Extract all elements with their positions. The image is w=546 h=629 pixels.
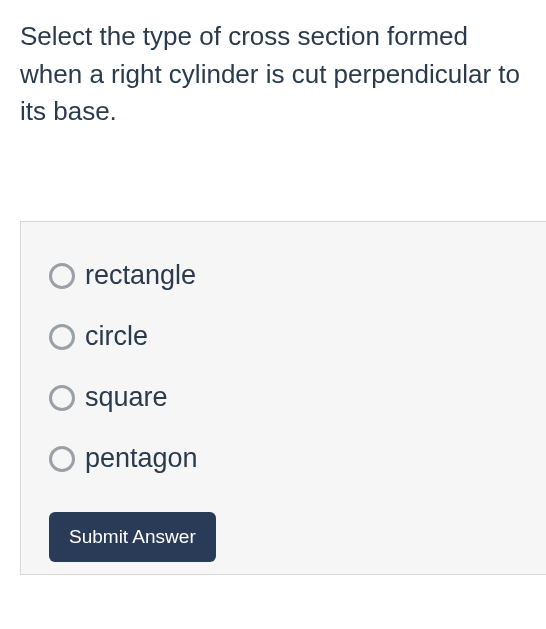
option-square[interactable]: square: [49, 382, 521, 413]
option-label: rectangle: [85, 260, 196, 291]
option-pentagon[interactable]: pentagon: [49, 443, 521, 474]
option-label: square: [85, 382, 168, 413]
answer-panel: rectangle circle square pentagon Submit …: [20, 221, 546, 575]
question-prompt: Select the type of cross section formed …: [0, 0, 546, 131]
radio-icon: [49, 263, 75, 289]
option-rectangle[interactable]: rectangle: [49, 260, 521, 291]
option-label: circle: [85, 321, 148, 352]
option-circle[interactable]: circle: [49, 321, 521, 352]
radio-icon: [49, 324, 75, 350]
radio-icon: [49, 385, 75, 411]
radio-icon: [49, 446, 75, 472]
submit-answer-button[interactable]: Submit Answer: [49, 512, 216, 562]
option-label: pentagon: [85, 443, 198, 474]
